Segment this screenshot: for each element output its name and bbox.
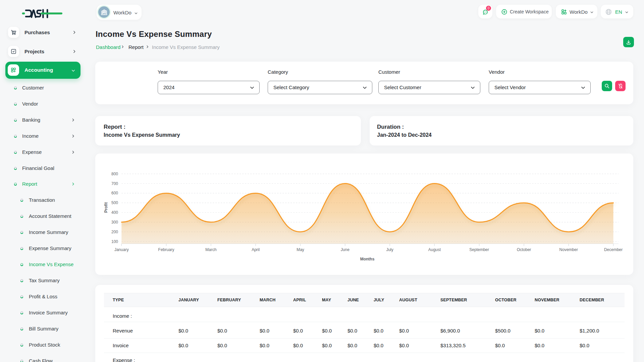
svg-text:September: September xyxy=(469,247,489,252)
svg-text:August: August xyxy=(428,247,441,252)
svg-text:December: December xyxy=(604,247,623,252)
svg-text:March: March xyxy=(205,247,216,252)
svg-text:Months: Months xyxy=(360,257,375,261)
svg-text:January: January xyxy=(114,247,129,252)
svg-text:100: 100 xyxy=(111,239,118,244)
svg-text:500: 500 xyxy=(111,200,118,205)
svg-text:300: 300 xyxy=(111,220,118,225)
svg-text:Profit: Profit xyxy=(104,202,108,213)
svg-text:700: 700 xyxy=(111,181,118,186)
svg-text:June: June xyxy=(341,247,350,252)
svg-text:200: 200 xyxy=(111,230,118,234)
svg-text:800: 800 xyxy=(111,172,118,176)
svg-text:November: November xyxy=(559,247,578,252)
svg-text:600: 600 xyxy=(111,191,118,195)
svg-text:400: 400 xyxy=(111,210,118,215)
svg-text:May: May xyxy=(297,247,304,252)
svg-text:February: February xyxy=(158,247,174,252)
svg-text:April: April xyxy=(252,247,260,252)
svg-text:October: October xyxy=(517,247,531,252)
svg-text:July: July xyxy=(386,247,393,252)
